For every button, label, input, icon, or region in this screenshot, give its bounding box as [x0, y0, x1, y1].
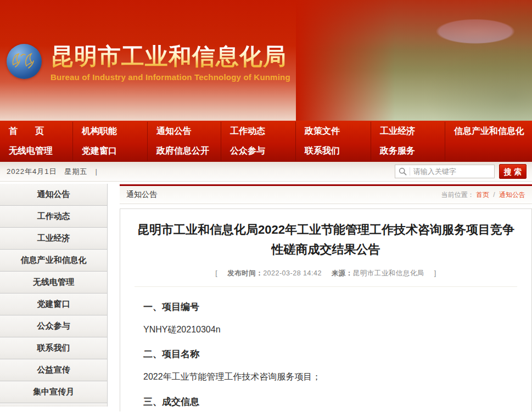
- nav-item-radio-management[interactable]: 无线电管理: [0, 142, 72, 161]
- search-button[interactable]: 搜 索: [499, 164, 527, 179]
- nav-item-gov-services[interactable]: 政务服务: [371, 142, 445, 161]
- breadcrumb: 当前位置： 首页 / 通知公告: [441, 190, 525, 200]
- nav-item-policy-docs[interactable]: 政策文件: [295, 122, 371, 142]
- section-heading-project-number: 一、项目编号: [143, 301, 508, 313]
- header-cityscape-photo: [296, 0, 532, 121]
- sidebar-item-party-building[interactable]: 党建窗口: [0, 294, 107, 315]
- content-column: 通知公告 当前位置： 首页 / 通知公告 昆明市工业和信息化局2022年工业节能…: [120, 184, 532, 411]
- article-pub-info: [发布时间：2022-03-28 14:42来源：昆明市工业和信息化局]: [135, 269, 517, 287]
- search-icon: [399, 167, 407, 176]
- nav-item-gov-info-disclosure[interactable]: 政府信息公开: [147, 142, 221, 161]
- pub-bracket-close: ]: [434, 269, 436, 277]
- nav-item-notices[interactable]: 通知公告: [147, 122, 221, 142]
- section-heading-project-name: 二、项目名称: [143, 348, 508, 360]
- breadcrumb-link-home[interactable]: 首页: [476, 191, 489, 199]
- nav-empty-cell: [445, 142, 532, 161]
- nav-item-home[interactable]: 首 页: [0, 122, 72, 142]
- nav-item-public-participation[interactable]: 公众参与: [221, 142, 295, 161]
- breadcrumb-label: 当前位置：: [441, 191, 474, 199]
- breadcrumb-link-notices[interactable]: 通知公告: [499, 191, 525, 199]
- section-heading-deal-info: 三、成交信息: [143, 396, 508, 408]
- sidebar-item-industrial-economy[interactable]: 工业经济: [0, 228, 107, 250]
- nav-item-info-industry[interactable]: 信息产业和信息化: [445, 122, 532, 142]
- sidebar-item-partial: [0, 403, 107, 407]
- sidebar-item-contact-us[interactable]: 联系我们: [0, 337, 107, 359]
- pub-time: 2022-03-28 14:42: [263, 269, 322, 277]
- date-label: 2022年4月1日 星期五: [7, 167, 87, 176]
- sidebar-item-notices[interactable]: 通知公告: [0, 184, 107, 206]
- source-value: 昆明市工业和信息化局: [353, 269, 424, 277]
- page: 昆明市工业和信息化局 Bureau of Industry and Inform…: [0, 0, 532, 412]
- nav-item-contact-us[interactable]: 联系我们: [295, 142, 371, 161]
- search-divider: [410, 167, 410, 176]
- globe-logo-icon: [7, 44, 42, 79]
- sidebar: 通知公告 工作动态 工业经济 信息产业和信息化 无线电管理 党建窗口 公众参与 …: [0, 184, 108, 407]
- main-area: 通知公告 工作动态 工业经济 信息产业和信息化 无线电管理 党建窗口 公众参与 …: [0, 182, 532, 411]
- sidebar-item-info-industry[interactable]: 信息产业和信息化: [0, 250, 107, 272]
- breadcrumb-strip: 通知公告 当前位置： 首页 / 通知公告: [120, 184, 532, 204]
- article-box: 昆明市工业和信息化局2022年工业节能管理工作技术咨询服务项目竞争性磋商成交结果…: [120, 208, 532, 411]
- pub-bracket-open: [: [215, 269, 217, 277]
- site-subtitle-english: Bureau of Industry and Information Techn…: [51, 72, 290, 82]
- current-date: 2022年4月1日 星期五|: [7, 167, 98, 177]
- sidebar-item-public-welfare[interactable]: 公益宣传: [0, 359, 107, 381]
- project-number-value: YNHY磋20210304n: [143, 324, 508, 336]
- search-box: [395, 165, 495, 178]
- article-body: 一、项目编号 YNHY磋20210304n 二、项目名称 2022年工业节能管理…: [135, 287, 517, 411]
- search-area: 搜 索: [395, 164, 527, 179]
- breadcrumb-slash: /: [493, 191, 495, 199]
- project-name-value: 2022年工业节能管理工作技术咨询服务项目；: [143, 371, 508, 383]
- nav-item-party-building[interactable]: 党建窗口: [72, 142, 147, 161]
- header-banner: 昆明市工业和信息化局 Bureau of Industry and Inform…: [0, 0, 532, 121]
- sidebar-item-public-participation[interactable]: 公众参与: [0, 315, 107, 337]
- main-nav: 首 页 机构职能 通知公告 工作动态 政策文件 工业经济 信息产业和信息化 无线…: [0, 121, 532, 162]
- pub-time-label: 发布时间：: [227, 269, 263, 277]
- date-search-bar: 2022年4月1日 星期五| 搜 索: [0, 162, 532, 182]
- nav-item-work-news[interactable]: 工作动态: [221, 122, 295, 142]
- date-separator: |: [95, 167, 97, 176]
- source-label: 来源：: [332, 269, 353, 277]
- section-title: 通知公告: [126, 190, 157, 200]
- search-input[interactable]: [413, 167, 492, 176]
- brand-text: 昆明市工业和信息化局 Bureau of Industry and Inform…: [51, 44, 290, 82]
- sidebar-item-work-news[interactable]: 工作动态: [0, 206, 107, 228]
- sidebar-item-radio-management[interactable]: 无线电管理: [0, 272, 107, 294]
- article-title: 昆明市工业和信息化局2022年工业节能管理工作技术咨询服务项目竞争性磋商成交结果…: [136, 220, 516, 260]
- sidebar-item-publicity-month[interactable]: 集中宣传月: [0, 381, 107, 403]
- nav-item-org-functions[interactable]: 机构职能: [72, 122, 147, 142]
- brand: 昆明市工业和信息化局 Bureau of Industry and Inform…: [7, 44, 290, 82]
- nav-item-industrial-economy[interactable]: 工业经济: [371, 122, 445, 142]
- site-title: 昆明市工业和信息化局: [51, 44, 290, 69]
